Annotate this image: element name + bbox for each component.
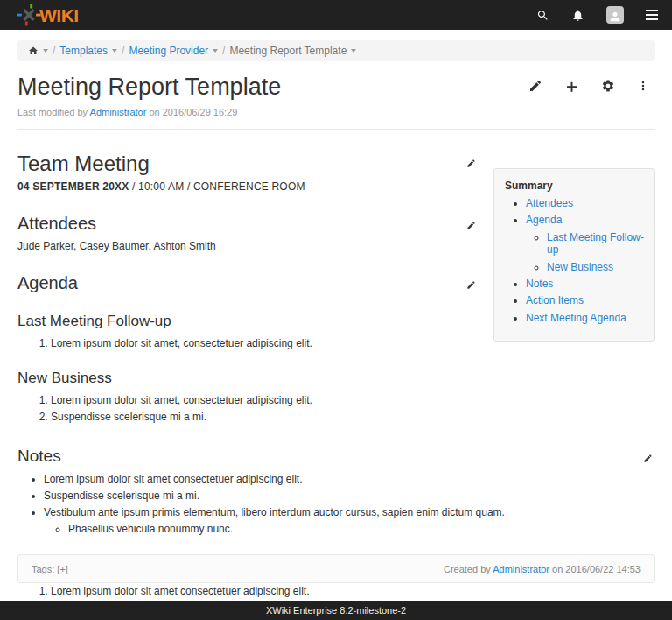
notes-list: Lorem ipsum dolor sit amet consectetuer … — [18, 473, 654, 536]
tags-label: Tags: — [32, 564, 54, 574]
version-text: XWiki Enterprise 8.2-milestone-2 — [266, 605, 406, 616]
page-actions — [528, 70, 654, 94]
list-item: Suspendisse scelerisque mi a mi. — [51, 411, 654, 424]
more-options-kebab-icon[interactable] — [637, 79, 649, 94]
modified-user-link[interactable]: Administrator — [90, 107, 147, 117]
toc-link-notes[interactable]: Notes — [526, 278, 553, 290]
list-item: Suspendisse scelerisque mi a mi. — [44, 490, 654, 503]
toc-item: New Business — [547, 261, 647, 273]
settings-gear-icon[interactable] — [601, 79, 615, 94]
document-content: Summary Attendees Agenda Last Meeting Fo… — [18, 151, 654, 620]
header-divider — [18, 129, 654, 130]
document-info-bar: Tags: [+] Created by Administrator on 20… — [18, 554, 654, 583]
created-by-line: Created by Administrator on 2016/06/22 1… — [444, 564, 640, 574]
section-edit-pencil-icon[interactable] — [466, 159, 476, 168]
meeting-time-location: / 10:00 AM / CONFERENCE ROOM — [129, 180, 304, 193]
toc-item: Next Meeting Agenda — [526, 312, 647, 324]
last-modified-line: Last modified by Administrator on 2016/0… — [18, 107, 654, 117]
section-heading-new-business: New Business — [18, 370, 654, 387]
breadcrumb-separator: / — [122, 45, 124, 57]
user-avatar[interactable] — [606, 6, 624, 24]
meeting-date: 04 SEPTEMBER 20XX — [18, 180, 129, 193]
toc-link-attendees[interactable]: Attendees — [526, 197, 573, 209]
breadcrumb-item-current: Meeting Report Template — [229, 45, 356, 57]
toc-item: Agenda Last Meeting Follow-up New Busine… — [526, 214, 647, 273]
created-date: on 2016/06/22 14:53 — [552, 564, 640, 574]
breadcrumb-item-meeting-provider[interactable]: Meeting Provider — [129, 45, 218, 57]
list-item: Lorem ipsum dolor sit amet, consectetuer… — [51, 394, 654, 407]
toc-link-agenda[interactable]: Agenda — [526, 214, 562, 226]
chevron-down-icon[interactable] — [351, 49, 356, 53]
breadcrumb-home-icon[interactable] — [28, 46, 48, 56]
summary-toc-box: Summary Attendees Agenda Last Meeting Fo… — [494, 168, 654, 342]
breadcrumb-separator: / — [222, 45, 225, 57]
new-business-list: Lorem ipsum dolor sit amet, consectetuer… — [18, 394, 654, 424]
navbar-actions — [536, 6, 658, 24]
list-item: Lorem ipsum dolor sit amet consectetuer … — [44, 473, 654, 486]
footer-version-bar: XWiki Enterprise 8.2-milestone-2 — [0, 601, 672, 620]
xwiki-logo-text: WIKI — [39, 6, 79, 25]
breadcrumb-separator: / — [52, 45, 55, 57]
list-item: Lorem ipsum dolor sit amet consectetuer … — [51, 585, 654, 598]
section-heading-notes: Notes — [18, 447, 654, 466]
breadcrumb-link[interactable]: Meeting Provider — [129, 45, 208, 57]
toc-item: Last Meeting Follow-up — [547, 231, 647, 257]
toc-item: Attendees — [526, 197, 647, 209]
add-tag-button[interactable]: [+] — [57, 564, 68, 574]
top-navbar: WIKI — [0, 0, 672, 30]
page-header: Meeting Report Template Last modified by… — [18, 70, 654, 117]
breadcrumb: / Templates / Meeting Provider / Meeting… — [18, 40, 654, 61]
summary-title: Summary — [505, 180, 647, 192]
add-page-plus-icon[interactable] — [564, 79, 579, 94]
xwiki-logo-x-icon — [16, 4, 42, 26]
summary-list: Attendees Agenda Last Meeting Follow-up … — [503, 197, 647, 324]
notifications-bell-icon[interactable] — [571, 9, 584, 22]
modified-date: on 2016/06/29 16:29 — [149, 107, 237, 117]
list-item: Vestibulum ante ipsum primis elementum, … — [44, 506, 654, 536]
breadcrumb-current-label: Meeting Report Template — [229, 45, 346, 57]
edit-pencil-icon[interactable] — [528, 79, 542, 94]
created-prefix: Created by — [444, 564, 491, 574]
chevron-down-icon[interactable] — [43, 49, 48, 53]
section-edit-pencil-icon[interactable] — [466, 221, 476, 230]
tags-area: Tags: [+] — [32, 564, 68, 574]
search-icon[interactable] — [536, 9, 550, 22]
chevron-down-icon[interactable] — [112, 49, 117, 53]
breadcrumb-link[interactable]: Templates — [60, 45, 108, 57]
toc-link-action-items[interactable]: Action Items — [526, 294, 584, 306]
toc-item: Notes — [526, 278, 647, 290]
breadcrumb-item-templates[interactable]: Templates — [60, 45, 117, 57]
list-item: Phasellus vehicula nonummy nunc. — [68, 523, 654, 536]
section-edit-pencil-icon[interactable] — [643, 454, 653, 463]
page-title: Meeting Report Template — [18, 74, 281, 101]
chevron-down-icon[interactable] — [213, 49, 218, 53]
section-edit-pencil-icon[interactable] — [466, 280, 476, 290]
modified-prefix: Last modified by — [18, 107, 88, 117]
toc-item: Action Items — [526, 294, 647, 306]
xwiki-logo[interactable]: WIKI — [16, 4, 79, 26]
created-user-link[interactable]: Administrator — [493, 564, 550, 574]
notes-sublist: Phasellus vehicula nonummy nunc. — [44, 523, 654, 536]
hamburger-menu-icon[interactable] — [646, 10, 658, 20]
toc-link-last-meeting-follow-up[interactable]: Last Meeting Follow-up — [547, 231, 644, 256]
toc-link-new-business[interactable]: New Business — [547, 261, 613, 273]
toc-link-next-meeting-agenda[interactable]: Next Meeting Agenda — [526, 312, 626, 324]
